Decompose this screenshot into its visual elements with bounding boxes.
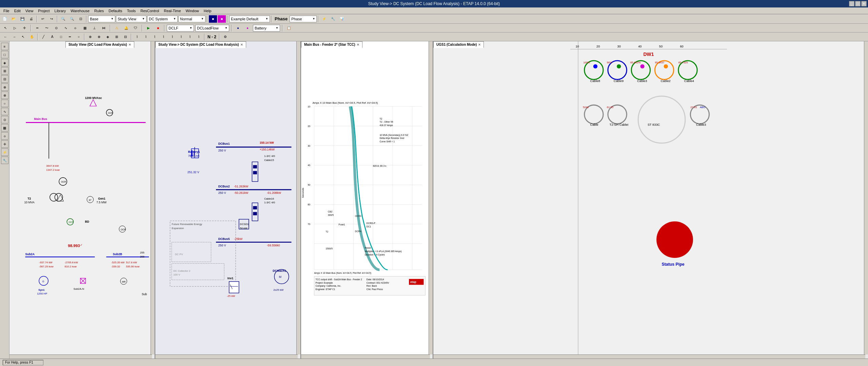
- sidebar-btn12[interactable]: ⌾: [1, 132, 8, 140]
- zigzag3-btn[interactable]: ⌇: [151, 33, 159, 41]
- ind-btn[interactable]: ⋈: [100, 24, 108, 32]
- zigzag4-btn[interactable]: ⌇: [159, 33, 167, 41]
- panel4-vscroll[interactable]: [864, 41, 868, 354]
- menu-window[interactable]: Window: [184, 8, 201, 13]
- zigzag8-btn[interactable]: ⌇: [195, 33, 203, 41]
- tab-close-3[interactable]: ✕: [357, 43, 359, 46]
- arrow-btn[interactable]: ↖: [1, 24, 9, 32]
- warning-btn[interactable]: ⚠: [113, 24, 121, 32]
- undo-btn[interactable]: ↩: [39, 15, 47, 23]
- menu-project[interactable]: Project: [36, 8, 52, 13]
- trans-btn[interactable]: ∿: [62, 24, 70, 32]
- zigzag1-btn[interactable]: ⌇: [133, 33, 141, 41]
- base-dropdown[interactable]: Base ▼: [88, 16, 115, 22]
- tab-main-bus-feeder[interactable]: Main Bus - Feeder 2* (Star TCC) ✕: [301, 41, 362, 48]
- sidebar-btn7[interactable]: ⊗: [1, 92, 8, 99]
- switch-btn[interactable]: ⌾: [71, 24, 79, 32]
- fuse-btn[interactable]: ⊗: [95, 33, 103, 41]
- protect-btn[interactable]: 🛡: [132, 24, 140, 32]
- tab-close-4[interactable]: ✕: [478, 43, 481, 46]
- panel1-vscroll[interactable]: [151, 41, 155, 354]
- tab-studyview-dc2[interactable]: Study View-> DC System (DC Load Flow Ana…: [155, 41, 246, 48]
- menu-rules[interactable]: Rules: [92, 8, 106, 13]
- box-btn[interactable]: □: [57, 33, 65, 41]
- run-btn[interactable]: ▶: [144, 24, 153, 32]
- zigzag2-btn[interactable]: ⌇: [142, 33, 150, 41]
- cable-btn[interactable]: 〜: [43, 24, 51, 32]
- normal-dropdown[interactable]: Normal ▼: [178, 16, 205, 22]
- dot-btn1[interactable]: ●: [234, 24, 242, 32]
- sidebar-btn11[interactable]: ▦: [1, 124, 8, 131]
- menu-tools[interactable]: Tools: [125, 8, 138, 13]
- cap-btn[interactable]: ⊥: [90, 24, 98, 32]
- zoom-out-btn[interactable]: 🔍: [68, 15, 76, 23]
- sidebar-btn2[interactable]: □: [1, 51, 8, 58]
- battery-dropdown[interactable]: Battery ▼: [253, 25, 280, 32]
- menu-help[interactable]: Help: [202, 8, 214, 13]
- sidebar-btn4[interactable]: ⊞: [1, 67, 8, 75]
- zigzag7-btn[interactable]: ⌇: [186, 33, 194, 41]
- label-btn[interactable]: A: [48, 33, 56, 41]
- menu-library[interactable]: Library: [53, 8, 68, 13]
- example-default-dropdown[interactable]: Example Default ▼: [229, 16, 270, 22]
- circle-btn[interactable]: ○: [75, 33, 83, 41]
- panel2-hscroll[interactable]: [155, 354, 298, 359]
- zigzag5-btn[interactable]: ⌇: [168, 33, 176, 41]
- menu-view[interactable]: View: [23, 8, 36, 13]
- move-btn[interactable]: ✛: [20, 24, 28, 32]
- open-btn[interactable]: 📂: [9, 15, 18, 23]
- bus-btn[interactable]: ━: [33, 24, 41, 32]
- zoom-in-btn[interactable]: 🔍: [59, 15, 67, 23]
- panel2-vscroll[interactable]: [296, 41, 300, 354]
- color-btn[interactable]: ■: [209, 15, 217, 23]
- relay-btn[interactable]: ◈: [104, 33, 112, 41]
- sidebar-btn6[interactable]: ⊕: [1, 83, 8, 91]
- menu-edit[interactable]: Edit: [12, 8, 23, 13]
- sidebar-btn3[interactable]: ◈: [1, 59, 8, 66]
- sidebar-btn14[interactable]: ⚡: [1, 148, 8, 156]
- dot-btn2[interactable]: ●: [243, 24, 252, 32]
- panel4-hscroll[interactable]: [433, 354, 865, 359]
- minimize-button[interactable]: _: [849, 1, 854, 6]
- dcsystem-dropdown[interactable]: DC System ▼: [147, 16, 178, 22]
- panel1-hscroll[interactable]: [9, 354, 152, 359]
- window-controls[interactable]: _ □ ✕: [849, 1, 867, 6]
- sidebar-btn9[interactable]: ∿: [1, 108, 8, 115]
- gen-btn[interactable]: ⊙: [52, 24, 60, 32]
- sidebar-btn15[interactable]: 🔧: [1, 157, 8, 164]
- zoom-fit-btn[interactable]: ⊡: [77, 15, 85, 23]
- alarm-btn[interactable]: 🔔: [122, 24, 130, 32]
- cursor-btn[interactable]: ↖: [19, 33, 27, 41]
- gear-btn[interactable]: ⚙: [221, 33, 229, 41]
- tab-ugs1[interactable]: UGS1 (Calculation Mode) ✕: [433, 41, 484, 48]
- hand-btn[interactable]: ✋: [28, 33, 36, 41]
- menu-file[interactable]: File: [1, 8, 12, 13]
- studyview-dropdown[interactable]: Study View ▼: [116, 16, 146, 22]
- select-btn[interactable]: ▷: [11, 24, 19, 32]
- report-btn[interactable]: 📋: [285, 24, 293, 32]
- menu-warehouse[interactable]: Warehouse: [68, 8, 92, 13]
- icon-btn3[interactable]: 📊: [338, 15, 346, 23]
- tab-close-2[interactable]: ✕: [240, 43, 243, 46]
- print-btn[interactable]: 🖨: [27, 15, 35, 23]
- load-btn[interactable]: ▦: [81, 24, 89, 32]
- sidebar-btn1[interactable]: ≡: [1, 43, 8, 50]
- menu-rescontrol[interactable]: ResControl: [138, 8, 161, 13]
- line-btn[interactable]: ━: [66, 33, 74, 41]
- vt-btn[interactable]: ⊟: [121, 33, 130, 41]
- color2-btn[interactable]: ■: [218, 15, 226, 23]
- phase-dropdown[interactable]: Phase ▼: [290, 16, 317, 22]
- panel3-vscroll[interactable]: [429, 41, 433, 354]
- sidebar-btn5[interactable]: ⊟: [1, 75, 8, 83]
- arrow-right-btn[interactable]: →: [10, 33, 18, 41]
- ct-btn[interactable]: ⊞: [113, 33, 121, 41]
- dcloadflow-dropdown[interactable]: DCLoadFlow ▼: [195, 25, 229, 32]
- redo-btn[interactable]: ↪: [47, 15, 56, 23]
- icon-btn2[interactable]: 🔧: [329, 15, 337, 23]
- sidebar-btn10[interactable]: ⊙: [1, 116, 8, 123]
- sidebar-btn8[interactable]: ○: [1, 100, 8, 107]
- close-button[interactable]: ✕: [861, 1, 867, 6]
- stop-btn[interactable]: ■: [154, 24, 162, 32]
- wire-draw-btn[interactable]: ╱: [39, 33, 47, 41]
- zigzag6-btn[interactable]: ⌇: [177, 33, 185, 41]
